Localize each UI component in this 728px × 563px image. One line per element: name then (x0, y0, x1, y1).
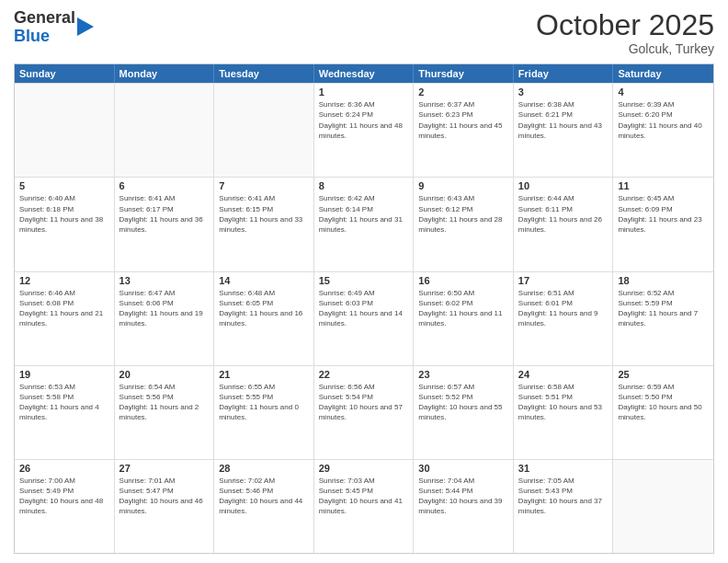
day-cell-9: 9Sunrise: 6:43 AM Sunset: 6:12 PM Daylig… (414, 178, 514, 270)
day-cell-21: 21Sunrise: 6:55 AM Sunset: 5:55 PM Dayli… (214, 366, 314, 459)
day-number: 12 (19, 275, 109, 286)
day-cell-23: 23Sunrise: 6:57 AM Sunset: 5:52 PM Dayli… (414, 366, 514, 459)
page: General Blue October 2025 Golcuk, Turkey… (0, 0, 728, 563)
day-cell-22: 22Sunrise: 6:56 AM Sunset: 5:54 PM Dayli… (314, 366, 415, 459)
day-info: Sunrise: 6:48 AM Sunset: 6:05 PM Dayligh… (219, 288, 309, 329)
day-info: Sunrise: 6:47 AM Sunset: 6:06 PM Dayligh… (119, 288, 210, 329)
day-info: Sunrise: 6:59 AM Sunset: 5:50 PM Dayligh… (618, 382, 709, 423)
day-info: Sunrise: 6:55 AM Sunset: 5:55 PM Dayligh… (219, 382, 309, 423)
day-number: 17 (518, 275, 609, 286)
header-day-friday: Friday (514, 64, 614, 83)
day-number: 11 (618, 180, 709, 191)
header-day-tuesday: Tuesday (214, 64, 314, 83)
svg-marker-0 (77, 17, 94, 36)
day-info: Sunrise: 6:42 AM Sunset: 6:14 PM Dayligh… (319, 193, 409, 235)
logo-blue: Blue (14, 27, 50, 45)
day-info: Sunrise: 6:56 AM Sunset: 5:54 PM Dayligh… (319, 382, 409, 423)
day-cell-10: 10Sunrise: 6:44 AM Sunset: 6:11 PM Dayli… (514, 178, 614, 270)
day-cell-14: 14Sunrise: 6:48 AM Sunset: 6:05 PM Dayli… (214, 272, 314, 365)
day-number: 24 (518, 369, 609, 380)
day-cell-20: 20Sunrise: 6:54 AM Sunset: 5:56 PM Dayli… (115, 366, 215, 459)
day-number: 22 (319, 369, 409, 380)
day-cell-4: 4Sunrise: 6:39 AM Sunset: 6:20 PM Daylig… (613, 84, 713, 177)
day-cell-29: 29Sunrise: 7:03 AM Sunset: 5:45 PM Dayli… (314, 460, 415, 553)
month-title: October 2025 (536, 9, 714, 41)
calendar: SundayMondayTuesdayWednesdayThursdayFrid… (14, 63, 714, 554)
day-info: Sunrise: 6:50 AM Sunset: 6:02 PM Dayligh… (418, 288, 508, 329)
day-number: 7 (219, 180, 309, 191)
day-cell-19: 19Sunrise: 6:53 AM Sunset: 5:58 PM Dayli… (15, 366, 115, 459)
day-number: 23 (418, 369, 508, 380)
logo-icon (77, 17, 94, 38)
day-number: 15 (319, 275, 409, 286)
day-cell-2: 2Sunrise: 6:37 AM Sunset: 6:23 PM Daylig… (414, 84, 514, 177)
day-cell-30: 30Sunrise: 7:04 AM Sunset: 5:44 PM Dayli… (414, 460, 514, 553)
day-info: Sunrise: 6:54 AM Sunset: 5:56 PM Dayligh… (119, 382, 210, 423)
day-number: 5 (19, 180, 109, 191)
day-number: 1 (319, 86, 409, 98)
header-day-wednesday: Wednesday (314, 64, 415, 83)
day-cell-3: 3Sunrise: 6:38 AM Sunset: 6:21 PM Daylig… (514, 84, 614, 177)
day-cell-24: 24Sunrise: 6:58 AM Sunset: 5:51 PM Dayli… (514, 366, 614, 459)
day-cell-5: 5Sunrise: 6:40 AM Sunset: 6:18 PM Daylig… (15, 178, 115, 270)
day-number: 29 (319, 463, 409, 474)
day-info: Sunrise: 6:40 AM Sunset: 6:18 PM Dayligh… (19, 193, 109, 235)
day-number: 16 (418, 275, 508, 286)
header-day-monday: Monday (115, 64, 215, 83)
day-info: Sunrise: 6:37 AM Sunset: 6:23 PM Dayligh… (418, 99, 508, 141)
logo-text: General Blue (14, 9, 94, 46)
day-info: Sunrise: 6:36 AM Sunset: 6:24 PM Dayligh… (319, 99, 409, 141)
location: Golcuk, Turkey (536, 41, 714, 56)
day-info: Sunrise: 6:53 AM Sunset: 5:58 PM Dayligh… (19, 382, 109, 423)
empty-cell (115, 84, 215, 177)
calendar-body: 1Sunrise: 6:36 AM Sunset: 6:24 PM Daylig… (15, 83, 713, 553)
day-cell-27: 27Sunrise: 7:01 AM Sunset: 5:47 PM Dayli… (115, 460, 215, 553)
day-number: 19 (19, 369, 109, 380)
day-cell-31: 31Sunrise: 7:05 AM Sunset: 5:43 PM Dayli… (514, 460, 614, 553)
logo: General Blue (14, 9, 94, 46)
calendar-row-0: 1Sunrise: 6:36 AM Sunset: 6:24 PM Daylig… (15, 83, 713, 177)
day-info: Sunrise: 6:51 AM Sunset: 6:01 PM Dayligh… (518, 288, 609, 329)
day-cell-15: 15Sunrise: 6:49 AM Sunset: 6:03 PM Dayli… (314, 272, 415, 365)
day-cell-6: 6Sunrise: 6:41 AM Sunset: 6:17 PM Daylig… (115, 178, 215, 270)
day-info: Sunrise: 6:45 AM Sunset: 6:09 PM Dayligh… (618, 193, 709, 235)
day-number: 8 (319, 180, 409, 191)
day-cell-12: 12Sunrise: 6:46 AM Sunset: 6:08 PM Dayli… (15, 272, 115, 365)
day-info: Sunrise: 6:58 AM Sunset: 5:51 PM Dayligh… (518, 382, 609, 423)
day-cell-8: 8Sunrise: 6:42 AM Sunset: 6:14 PM Daylig… (314, 178, 415, 270)
day-info: Sunrise: 7:02 AM Sunset: 5:46 PM Dayligh… (219, 476, 309, 517)
header-day-thursday: Thursday (414, 64, 514, 83)
day-info: Sunrise: 7:01 AM Sunset: 5:47 PM Dayligh… (119, 476, 210, 517)
day-cell-26: 26Sunrise: 7:00 AM Sunset: 5:49 PM Dayli… (15, 460, 115, 553)
header: General Blue October 2025 Golcuk, Turkey (14, 9, 714, 56)
day-cell-17: 17Sunrise: 6:51 AM Sunset: 6:01 PM Dayli… (514, 272, 614, 365)
header-day-saturday: Saturday (613, 64, 713, 83)
calendar-row-2: 12Sunrise: 6:46 AM Sunset: 6:08 PM Dayli… (15, 271, 713, 365)
day-cell-1: 1Sunrise: 6:36 AM Sunset: 6:24 PM Daylig… (314, 84, 415, 177)
day-number: 25 (618, 369, 709, 380)
empty-cell (15, 84, 115, 177)
day-info: Sunrise: 6:41 AM Sunset: 6:17 PM Dayligh… (119, 193, 210, 235)
calendar-row-3: 19Sunrise: 6:53 AM Sunset: 5:58 PM Dayli… (15, 365, 713, 459)
day-number: 30 (418, 463, 508, 474)
day-info: Sunrise: 6:44 AM Sunset: 6:11 PM Dayligh… (518, 193, 609, 235)
day-info: Sunrise: 6:38 AM Sunset: 6:21 PM Dayligh… (518, 99, 609, 141)
day-number: 9 (418, 180, 508, 191)
day-info: Sunrise: 6:41 AM Sunset: 6:15 PM Dayligh… (219, 193, 309, 235)
day-number: 10 (518, 180, 609, 191)
day-cell-11: 11Sunrise: 6:45 AM Sunset: 6:09 PM Dayli… (613, 178, 713, 270)
day-number: 6 (119, 180, 210, 191)
day-info: Sunrise: 7:05 AM Sunset: 5:43 PM Dayligh… (518, 476, 609, 517)
day-cell-28: 28Sunrise: 7:02 AM Sunset: 5:46 PM Dayli… (214, 460, 314, 553)
day-info: Sunrise: 7:00 AM Sunset: 5:49 PM Dayligh… (19, 476, 109, 517)
day-info: Sunrise: 7:04 AM Sunset: 5:44 PM Dayligh… (418, 476, 508, 517)
day-info: Sunrise: 6:49 AM Sunset: 6:03 PM Dayligh… (319, 288, 409, 329)
day-number: 2 (418, 86, 508, 98)
day-cell-16: 16Sunrise: 6:50 AM Sunset: 6:02 PM Dayli… (414, 272, 514, 365)
empty-cell (214, 84, 314, 177)
header-day-sunday: Sunday (15, 64, 115, 83)
day-number: 27 (119, 463, 210, 474)
day-cell-13: 13Sunrise: 6:47 AM Sunset: 6:06 PM Dayli… (115, 272, 215, 365)
day-info: Sunrise: 6:52 AM Sunset: 5:59 PM Dayligh… (618, 288, 709, 329)
day-number: 31 (518, 463, 609, 474)
